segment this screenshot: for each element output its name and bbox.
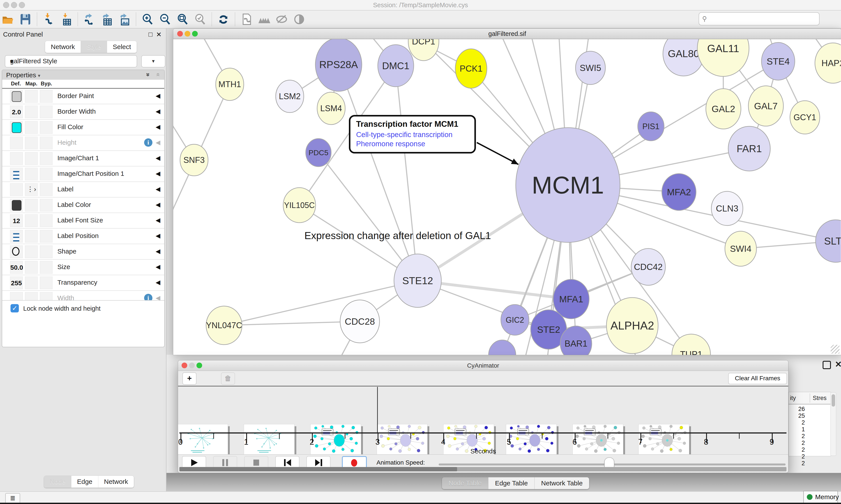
default-value-cell[interactable] bbox=[10, 183, 23, 196]
mapping-cell[interactable] bbox=[25, 230, 38, 242]
annotation-link[interactable]: Pheromone response bbox=[356, 140, 469, 148]
bypass-cell[interactable] bbox=[40, 230, 53, 242]
property-row-label[interactable]: ⋮›Label◀ bbox=[2, 182, 164, 197]
bypass-cell[interactable] bbox=[40, 121, 53, 134]
scrollbar-thumb[interactable] bbox=[831, 394, 835, 407]
default-value-cell[interactable] bbox=[10, 199, 23, 212]
default-value-cell[interactable] bbox=[10, 90, 23, 103]
network-graph[interactable]: RPS28BDCP1DMC1RPS28AMTH1LSM2LSM4PCK1SWI5… bbox=[173, 39, 841, 355]
node-pck1[interactable]: PCK1 bbox=[455, 49, 487, 88]
tab-select[interactable]: Select bbox=[107, 41, 137, 53]
document-network-icon[interactable] bbox=[240, 13, 253, 25]
playhead[interactable] bbox=[377, 387, 378, 433]
expand-all-icon[interactable]: » bbox=[145, 73, 152, 77]
default-value-cell[interactable] bbox=[10, 246, 23, 258]
col-centrality[interactable]: ity bbox=[790, 395, 796, 401]
node-snf3[interactable]: SNF3 bbox=[180, 144, 208, 176]
node-cdc42[interactable]: CDC42 bbox=[631, 249, 665, 285]
property-row-height[interactable]: Heighti◀ bbox=[2, 135, 164, 151]
edge[interactable] bbox=[339, 65, 418, 281]
default-value-cell[interactable] bbox=[10, 121, 23, 134]
node-lsm4[interactable]: LSM4 bbox=[317, 92, 345, 125]
node-gal7[interactable]: GAL7 bbox=[748, 86, 783, 126]
node-pur_bot[interactable] bbox=[489, 340, 516, 355]
scrollbar-thumb[interactable] bbox=[179, 467, 457, 471]
property-row-fill-color[interactable]: Fill Color◀ bbox=[2, 120, 164, 135]
double-peak-icon[interactable] bbox=[258, 13, 270, 25]
mapping-cell[interactable] bbox=[25, 152, 38, 165]
node-tup1[interactable]: TUP1 bbox=[672, 334, 711, 355]
mapping-cell[interactable] bbox=[25, 121, 38, 134]
float-panel-icon[interactable]: □ bbox=[148, 31, 153, 38]
annotation-box[interactable]: Transcription factor MCM1 Cell-type-spec… bbox=[349, 115, 476, 154]
node-gcy1[interactable]: GCY1 bbox=[790, 101, 820, 134]
bypass-cell[interactable] bbox=[40, 214, 53, 227]
bypass-cell[interactable] bbox=[40, 183, 53, 196]
node-far1[interactable]: FAR1 bbox=[728, 126, 770, 171]
property-row-label-font-size[interactable]: 12Label Font Size◀ bbox=[2, 213, 164, 229]
property-row-shape[interactable]: Shape◀ bbox=[2, 244, 164, 260]
bypass-cell[interactable] bbox=[40, 276, 53, 289]
property-row-label-color[interactable]: Label Color◀ bbox=[2, 197, 164, 213]
property-row-label-position[interactable]: Label Position◀ bbox=[2, 229, 164, 244]
node-ynl047c[interactable]: YNL047C bbox=[206, 306, 242, 345]
export-network-icon[interactable] bbox=[83, 13, 95, 25]
expand-row-icon[interactable]: ◀ bbox=[156, 279, 160, 286]
clear-all-frames-button[interactable]: Clear All Frames bbox=[728, 373, 787, 384]
property-row-size[interactable]: 50.0Size◀ bbox=[2, 260, 164, 275]
expand-row-icon[interactable]: ◀ bbox=[156, 185, 160, 193]
expand-row-icon[interactable]: ◀ bbox=[156, 263, 160, 270]
node-dmc1[interactable]: DMC1 bbox=[378, 45, 414, 87]
table-cell[interactable]: 2 bbox=[789, 446, 805, 453]
node-mth1[interactable]: MTH1 bbox=[216, 68, 244, 101]
expand-row-icon[interactable]: ◀ bbox=[156, 232, 160, 239]
delete-frame-button[interactable]: 🗑 bbox=[221, 373, 235, 385]
default-value-cell[interactable] bbox=[10, 152, 23, 165]
frames-scrollbar[interactable] bbox=[179, 467, 786, 471]
expand-row-icon[interactable]: ◀ bbox=[156, 108, 160, 115]
add-frame-button[interactable]: + bbox=[182, 373, 196, 385]
zoom-in-icon[interactable] bbox=[142, 13, 154, 25]
style-options-button[interactable]: ▾ bbox=[141, 55, 165, 68]
bypass-cell[interactable] bbox=[40, 106, 53, 118]
import-network-icon[interactable] bbox=[42, 13, 55, 25]
property-row-image-chart-position-1[interactable]: Image/Chart Position 1◀ bbox=[2, 166, 164, 182]
tab-node-table[interactable]: Node Table bbox=[442, 477, 488, 489]
network-caption[interactable]: Expression change after deletion of GAL1 bbox=[304, 230, 491, 241]
tab-network-table[interactable]: Network Table bbox=[535, 477, 589, 489]
expand-row-icon[interactable]: ◀ bbox=[156, 248, 160, 255]
mapping-cell[interactable] bbox=[25, 90, 38, 103]
expand-row-icon[interactable]: ◀ bbox=[156, 154, 160, 162]
tab-node-style[interactable]: Node bbox=[44, 476, 71, 488]
property-row-transparency[interactable]: 255Transparency◀ bbox=[2, 275, 164, 291]
default-value-cell[interactable]: 255 bbox=[10, 276, 23, 289]
table-cell[interactable]: 2 bbox=[789, 453, 805, 460]
collapse-all-icon[interactable]: » bbox=[154, 73, 161, 77]
edge[interactable] bbox=[173, 84, 230, 281]
task-history-button[interactable]: ≣ bbox=[5, 493, 20, 504]
expand-row-icon[interactable]: ◀ bbox=[156, 170, 160, 177]
node-dcp1[interactable]: DCP1 bbox=[408, 39, 439, 61]
export-image-icon[interactable] bbox=[118, 13, 130, 25]
table-cell[interactable]: 25 bbox=[789, 413, 805, 419]
col-stress[interactable]: Stres bbox=[813, 395, 826, 401]
node-gal2[interactable]: GAL2 bbox=[706, 89, 741, 129]
refresh-layout-icon[interactable] bbox=[217, 13, 230, 25]
table-cell[interactable]: 26 bbox=[789, 406, 805, 413]
edge[interactable] bbox=[224, 321, 360, 325]
node-mcm1[interactable]: MCM1 bbox=[516, 128, 620, 242]
expand-row-icon[interactable]: ◀ bbox=[156, 217, 160, 224]
node-ste12[interactable]: STE12 bbox=[394, 254, 441, 307]
mapping-cell[interactable]: ⋮› bbox=[25, 183, 38, 196]
info-icon[interactable]: i bbox=[144, 138, 153, 147]
default-value-cell[interactable] bbox=[10, 168, 23, 180]
mapping-cell[interactable] bbox=[25, 276, 38, 289]
table-cell[interactable]: 2 bbox=[789, 460, 805, 467]
table-vertical-scrollbar[interactable] bbox=[830, 392, 836, 456]
node-hap2[interactable]: HAP2 bbox=[815, 43, 841, 83]
table-cell[interactable]: 2 bbox=[789, 419, 805, 426]
eye-icon[interactable] bbox=[293, 13, 305, 25]
default-value-cell[interactable] bbox=[10, 137, 23, 149]
mapping-cell[interactable] bbox=[25, 246, 38, 258]
node-ste4[interactable]: STE4 bbox=[762, 42, 795, 80]
